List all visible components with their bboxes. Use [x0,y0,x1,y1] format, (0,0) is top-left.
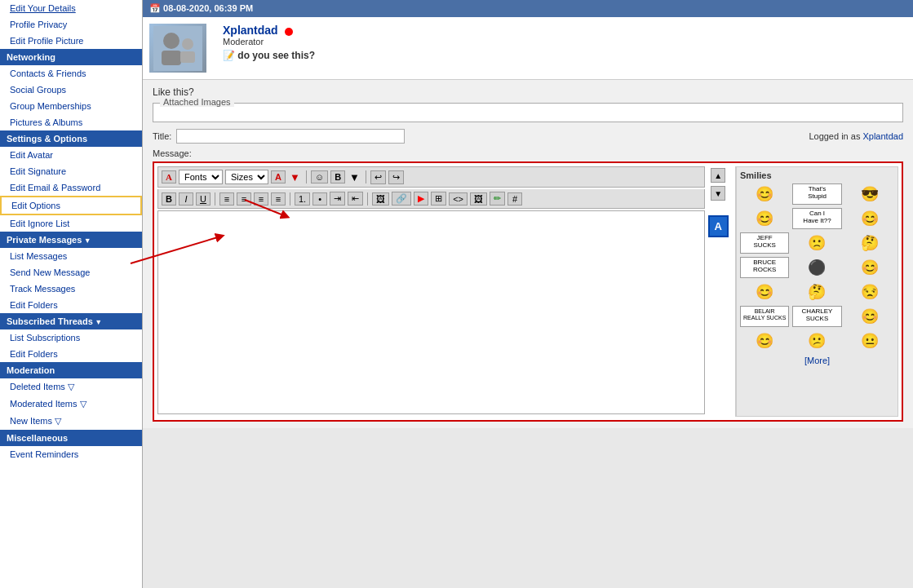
message-label: Message: [153,148,903,158]
sidebar-section-miscellaneous: Miscellaneous [0,430,142,446]
outdent-btn[interactable]: ⇤ [348,192,363,206]
sidebar-item-edit-folders-sub[interactable]: Edit Folders [0,346,142,362]
underline-format-btn[interactable]: U [196,192,211,206]
smiley-item[interactable]: 😐 [845,330,894,351]
divider3 [215,192,215,206]
sidebar-item-list-messages[interactable]: List Messages [0,248,142,264]
sidebar-section-subscribed-threads[interactable]: Subscribed Threads [0,313,142,329]
align-right-btn[interactable]: ≡ [254,192,268,206]
smiley-item[interactable]: 🤔 [845,232,894,254]
align-left-btn[interactable]: ≡ [219,192,234,206]
divider5 [367,192,368,206]
indent-btn[interactable]: ⇥ [330,192,345,206]
smiley-item[interactable]: 😊 [740,183,789,205]
editor-toolbar-row2: B I U ≡ ≡ ≡ ≡ 1. • ⇥ ⇤ 🖼 [157,189,705,209]
smiley-sign-stupid[interactable]: That'sStupid [792,183,841,205]
scroll-up-btn[interactable]: ▲ [711,168,725,183]
undo-btn[interactable]: ↩ [370,170,386,184]
title-label: Title: [153,131,171,141]
bold-btn[interactable]: B [330,170,345,183]
sidebar-item-pictures-albums[interactable]: Pictures & Albums [0,114,142,130]
post-icon: 📝 [223,50,235,61]
smilies-panel: Smilies 😊 That'sStupid 😎 😊 Can IHave It?… [735,166,898,417]
editor-right-controls: ▲ ▼ A [705,166,732,417]
redo-btn[interactable]: ↪ [388,170,404,184]
smiley-sign-jeff[interactable]: JEFFSUCKS [740,232,789,254]
insert-image-btn[interactable]: 🖼 [372,192,389,206]
italic-format-btn[interactable]: I [179,192,193,206]
sidebar-item-edit-email-password[interactable]: Edit Email & Password [0,179,142,196]
sidebar-item-edit-profile-picture[interactable]: Edit Profile Picture [0,33,142,49]
sidebar-item-edit-signature[interactable]: Edit Signature [0,163,142,179]
smilies-more[interactable]: [More] [740,355,894,366]
divider1 [306,170,307,183]
sidebar-item-edit-folders-pm[interactable]: Edit Folders [0,297,142,313]
scroll-down-btn[interactable]: ▼ [711,186,725,201]
smiley-sign-have-it[interactable]: Can IHave It?? [792,208,841,229]
sidebar-item-track-messages[interactable]: Track Messages [0,281,142,297]
sidebar: Edit Your Details Profile Privacy Edit P… [0,0,143,588]
hashtag-btn[interactable]: # [507,192,522,206]
sidebar-item-edit-options[interactable]: Edit Options [0,196,142,215]
post-username[interactable]: Xplantdad [223,24,281,37]
sidebar-item-moderated-items[interactable]: Moderated Items ▽ [0,396,142,413]
align-center-btn[interactable]: ≡ [237,192,251,206]
smiley-item[interactable]: 😊 [740,281,789,303]
font-format-icon[interactable]: A [162,170,176,183]
sidebar-item-edit-avatar[interactable]: Edit Avatar [0,147,142,163]
message-timestamp: 08-08-2020, 06:39 PM [163,3,253,13]
smiley-item[interactable]: ⚫ [792,257,841,278]
bold-format-btn[interactable]: B [162,192,176,206]
smiley-item[interactable]: 😕 [792,330,841,351]
smiley-sign-charley[interactable]: CHARLEYSUCKS [792,306,841,327]
svg-point-3 [182,38,193,50]
sidebar-item-contacts-friends[interactable]: Contacts & Friends [0,65,142,82]
fonts-select[interactable]: Fonts [179,170,223,184]
smiley-item[interactable]: 🤔 [792,281,841,303]
sidebar-item-new-items[interactable]: New Items ▽ [0,413,142,430]
smiley-item[interactable]: 😊 [845,306,894,327]
sidebar-item-list-subscriptions[interactable]: List Subscriptions [0,329,142,346]
eraser-btn[interactable]: ✏ [490,192,505,206]
message-textarea[interactable] [157,210,705,414]
insert-media-btn[interactable]: 🔗 [392,192,411,206]
insert-table-btn[interactable]: ⊞ [431,192,446,206]
smiley-btn[interactable]: ☺ [311,170,328,183]
smiley-item[interactable]: 🙁 [792,232,841,254]
sidebar-item-edit-your-details[interactable]: Edit Your Details [0,0,142,16]
smiley-item[interactable]: 😎 [845,183,894,205]
message-header-bar: 📅 08-08-2020, 06:39 PM [143,0,913,17]
sidebar-section-settings: Settings & Options [0,130,142,147]
smiley-sign-belair[interactable]: BELAIRREALLY SUCKS [740,306,789,327]
format-a-btn[interactable]: A [708,215,729,237]
sidebar-item-group-memberships[interactable]: Group Memberships [0,98,142,114]
sidebar-section-networking: Networking [0,49,142,65]
align-justify-btn[interactable]: ≡ [271,192,286,206]
sizes-select[interactable]: Sizes [225,170,268,184]
smiley-item[interactable]: 😊 [845,257,894,278]
ordered-list-btn[interactable]: 1. [295,192,310,206]
smiley-sign-bruce[interactable]: BRUCEROCKS [740,257,789,278]
bold-arrow[interactable]: ▼ [348,171,361,183]
font-color-btn[interactable]: A [271,170,286,183]
insert-code-btn[interactable]: <> [449,192,468,206]
sidebar-item-send-new-message[interactable]: Send New Message [0,264,142,281]
sidebar-item-edit-ignore-list[interactable]: Edit Ignore List [0,215,142,232]
sidebar-item-profile-privacy[interactable]: Profile Privacy [0,16,142,33]
smiley-item[interactable]: 😒 [845,281,894,303]
color-indicator[interactable]: ▼ [288,171,302,183]
sidebar-item-deleted-items[interactable]: Deleted Items ▽ [0,378,142,396]
title-input[interactable] [176,129,405,144]
sidebar-item-social-groups[interactable]: Social Groups [0,82,142,98]
sidebar-section-private-messages[interactable]: Private Messages [0,232,142,248]
insert-pic-btn[interactable]: 🖼 [470,192,487,206]
unordered-list-btn[interactable]: • [312,192,327,206]
editor-container: A Fonts Sizes A ▼ ☺ B ▼ [157,166,898,417]
smiley-item[interactable]: 😊 [845,208,894,229]
sidebar-section-moderation: Moderation [0,362,142,378]
smiley-item[interactable]: 😊 [740,208,789,229]
svg-rect-4 [180,51,195,63]
sidebar-item-event-reminders[interactable]: Event Reminders [0,446,142,462]
smiley-item[interactable]: 😊 [740,330,789,351]
youtube-btn[interactable]: ▶ [414,192,428,206]
